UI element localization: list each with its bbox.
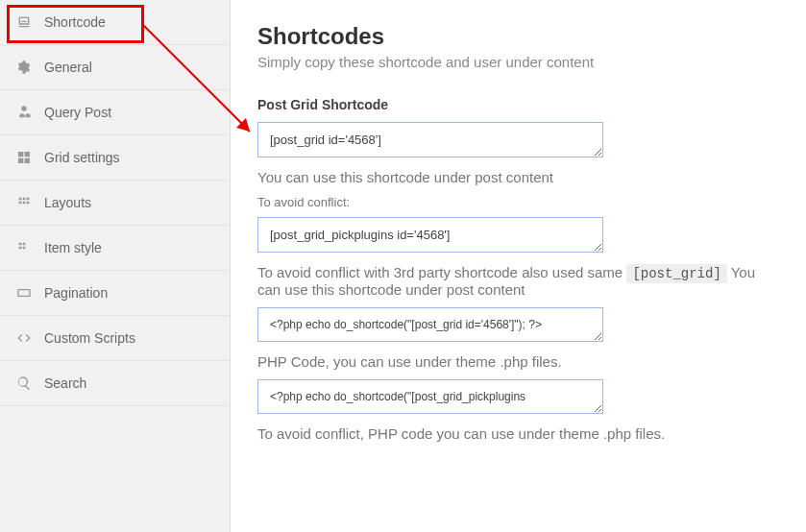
sidebar-item-layouts[interactable]: Layouts (0, 181, 230, 226)
page-subtitle: Simply copy these shortcode and user und… (257, 54, 779, 70)
hint-1: You can use this shortcode under post co… (257, 169, 779, 185)
sidebar-item-label: Custom Scripts (44, 330, 135, 346)
gear-icon (15, 59, 33, 76)
sidebar-item-label: Pagination (44, 285, 108, 301)
sidebar-item-label: Item style (44, 240, 102, 255)
sidebar-item-pagination[interactable]: Pagination (0, 271, 230, 316)
grid-icon (15, 149, 33, 166)
sidebar-item-query-post[interactable]: Query Post (0, 90, 230, 135)
shortcode-field-2[interactable]: [post_grid_pickplugins id='4568'] (257, 217, 603, 253)
hint-3: PHP Code, you can use under theme .php f… (257, 353, 779, 370)
sidebar-item-item-style[interactable]: Item style (0, 226, 230, 271)
page-title: Shortcodes (257, 23, 779, 50)
shortcode-icon (15, 13, 33, 31)
layouts-icon (15, 194, 33, 211)
sidebar-item-label: Shortcode (44, 14, 106, 30)
inline-code: [post_grid] (626, 264, 726, 283)
avoid-conflict-label: To avoid conflict: (257, 195, 779, 209)
sidebar-item-label: Search (44, 375, 86, 391)
php-field-1[interactable]: <?php echo do_shortcode("[post_grid id='… (257, 307, 603, 342)
sidebar-item-general[interactable]: General (0, 45, 230, 90)
pagination-icon (15, 284, 33, 302)
hint-4: To avoid conflict, PHP code you can use … (257, 425, 779, 442)
sidebar-item-label: Layouts (44, 195, 91, 210)
shortcode-field-1[interactable]: [post_grid id='4568'] (257, 122, 603, 157)
sidebar-item-grid-settings[interactable]: Grid settings (0, 135, 230, 181)
sidebar-item-label: Grid settings (44, 150, 120, 165)
sidebar-item-custom-scripts[interactable]: Custom Scripts (0, 316, 230, 361)
code-icon (15, 329, 33, 347)
sidebar-item-search[interactable]: Search (0, 361, 230, 406)
item-style-icon (15, 239, 33, 256)
query-icon (15, 104, 33, 121)
sidebar-item-label: General (44, 60, 92, 75)
section-label: Post Grid Shortcode (257, 97, 779, 112)
sidebar: Shortcode General Query Post Grid settin… (0, 0, 231, 532)
sidebar-item-label: Query Post (44, 105, 111, 120)
php-field-2[interactable]: <?php echo do_shortcode("[post_grid_pick… (257, 379, 603, 414)
search-icon (15, 375, 33, 392)
content-panel: Shortcodes Simply copy these shortcode a… (231, 0, 806, 532)
sidebar-item-shortcode[interactable]: Shortcode (0, 0, 230, 45)
hint-2: To avoid conflict with 3rd party shortco… (257, 264, 779, 298)
